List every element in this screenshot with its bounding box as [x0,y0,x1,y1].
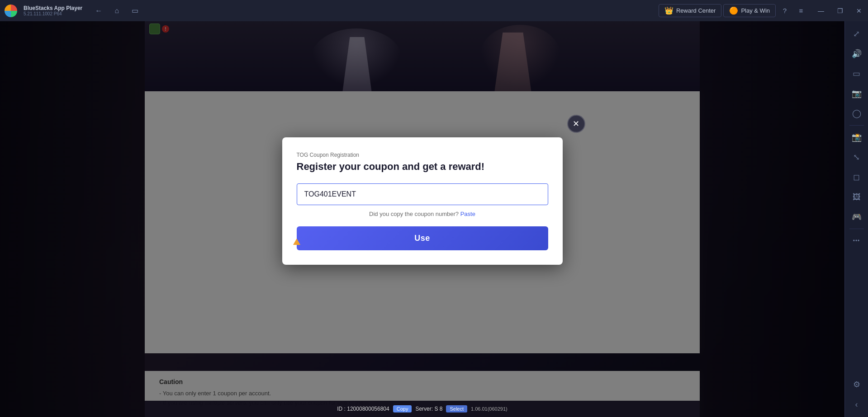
reward-center-label: Reward Center [676,7,716,14]
reward-center-button[interactable]: 👑 Reward Center [659,4,721,17]
volume-icon-btn[interactable]: 🔊 [848,45,866,63]
help-icon: ? [783,7,787,14]
display-icon-btn[interactable]: ▭ [848,65,866,83]
resize-icon-btn[interactable]: ⤡ [848,148,866,166]
select-button[interactable]: Select [446,405,467,412]
paste-hint: Did you copy the coupon number? Paste [297,211,548,217]
restore-icon: ❐ [837,7,843,14]
help-button[interactable]: ? [778,4,792,18]
expand-icon-btn[interactable]: ⤢ [848,25,866,43]
paste-link[interactable]: Paste [460,211,475,217]
reward-crown-icon: 👑 [664,6,674,15]
title-bar-right: 👑 Reward Center 🟠 Play & Win ? ≡ [659,4,808,18]
logo-circle [5,5,17,17]
game-id: ID : 12000800056804 [337,406,389,412]
sidebar-divider-2 [849,229,864,229]
minimize-icon: — [818,7,824,14]
title-bar: BlueStacks App Player 5.21.111.1002 P64 … [0,0,868,21]
app-logo [0,0,22,21]
gamepad-icon-btn[interactable]: 🎮 [848,208,866,226]
play-win-button[interactable]: 🟠 Play & Win [723,4,776,17]
camera-icon-btn[interactable]: 📷 [848,84,866,103]
app-name: BlueStacks App Player [24,5,82,11]
more-icon-btn[interactable]: ••• [848,232,866,250]
window-controls: — ❐ ✕ [812,4,868,18]
game-version: 1.06.01(060291) [471,406,508,412]
home-button[interactable]: ⌂ [109,4,124,18]
back-button[interactable]: ← [91,4,106,18]
game-bottom-bar: ID : 12000800056804 Copy Server: S 8 Sel… [145,401,700,417]
close-icon: ✕ [856,7,862,14]
dialog-close-icon: ✕ [573,119,579,129]
menu-icon: ≡ [799,7,803,14]
main-content: ! ✕ TOG Coupon Registration Register you… [0,21,844,417]
settings-icon-btn[interactable]: ⚙ [848,375,866,394]
dialog-subtitle: TOG Coupon Registration [297,152,548,158]
paste-hint-text: Did you copy the coupon number? [369,211,459,217]
use-button[interactable]: Use [297,226,548,250]
restore-button[interactable]: ❐ [831,4,849,18]
copy-button[interactable]: Copy [393,405,412,412]
minimize-button[interactable]: — [812,4,830,18]
dialog-close-button[interactable]: ✕ [567,115,585,133]
screenshot-icon-btn[interactable]: 📸 [848,128,866,146]
menu-button[interactable]: ≡ [794,4,808,18]
tab-button[interactable]: ▭ [128,4,142,18]
sidebar-divider-1 [849,125,864,126]
collapse-sidebar-btn[interactable]: ‹ [848,395,866,413]
play-win-icon: 🟠 [729,6,738,15]
play-win-label: Play & Win [741,7,770,14]
record-icon-btn[interactable]: ◯ [848,104,866,122]
right-sidebar: ⤢ 🔊 ▭ 📷 ◯ 📸 ⤡ ◻ 🖼 🎮 ••• ⚙ ‹ [844,21,868,417]
coupon-dialog: ✕ TOG Coupon Registration Register your … [282,137,563,265]
dialog-title: Register your coupon and get a reward! [297,161,548,173]
fullscreen-icon-btn[interactable]: ◻ [848,168,866,186]
app-info: BlueStacks App Player 5.21.111.1002 P64 [24,5,82,16]
coupon-input[interactable] [297,183,548,205]
app-version: 5.21.111.1002 P64 [24,11,82,16]
nav-controls: ← ⌂ ▭ [91,4,142,18]
close-button[interactable]: ✕ [850,4,868,18]
dialog-overlay: ✕ TOG Coupon Registration Register your … [0,21,844,417]
media-icon-btn[interactable]: 🖼 [848,188,866,206]
game-server: Server: S 8 [415,406,442,412]
